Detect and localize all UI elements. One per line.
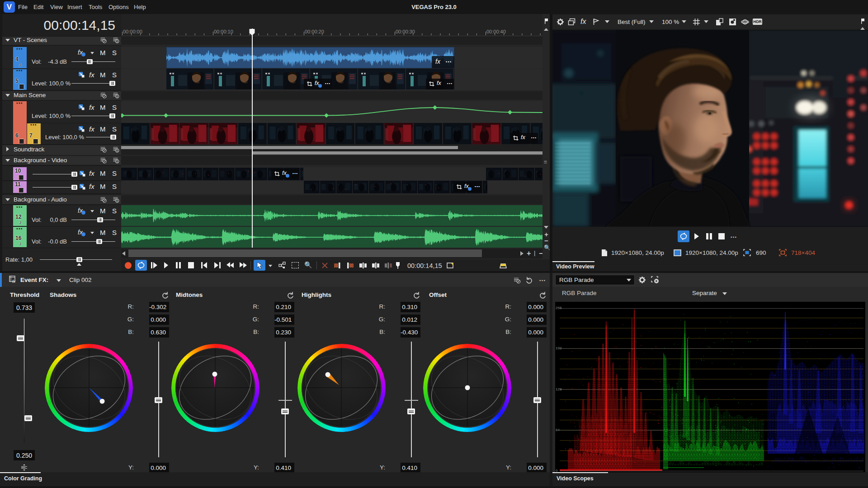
svg-text:S: S bbox=[116, 160, 118, 163]
svg-text:360: 360 bbox=[743, 21, 748, 23]
svg-text:192: 192 bbox=[556, 346, 562, 350]
svg-text:S: S bbox=[116, 149, 118, 152]
svg-text:64: 64 bbox=[556, 428, 560, 432]
svg-text:fx: fx bbox=[12, 279, 16, 283]
svg-text:128: 128 bbox=[556, 387, 562, 391]
svg-text:S: S bbox=[116, 95, 118, 98]
svg-text:S: S bbox=[116, 40, 118, 43]
svg-text:255: 255 bbox=[556, 306, 562, 310]
svg-text:S: S bbox=[116, 199, 118, 202]
